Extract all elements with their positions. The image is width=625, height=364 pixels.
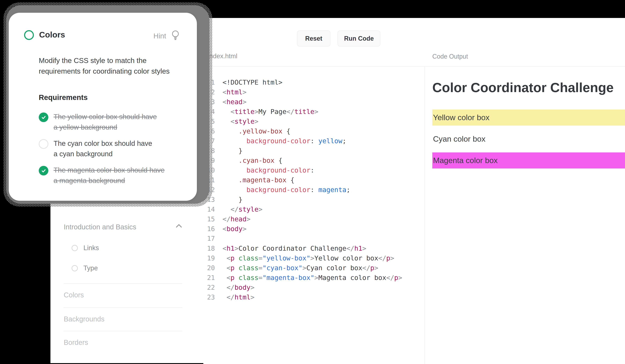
code-token: [222, 167, 247, 174]
output-color-box: Cyan color box: [432, 131, 625, 147]
code-token: style: [239, 205, 258, 213]
code-line[interactable]: 14 </style>: [203, 204, 424, 214]
code-line[interactable]: 10 background-color:: [203, 165, 424, 175]
sidebar-group-borders[interactable]: Borders: [64, 338, 88, 346]
check-circle-icon: [39, 166, 48, 175]
code-token: .yellow-box: [239, 127, 282, 135]
code-token: =: [258, 264, 262, 272]
code-text: .magenta-box {: [222, 175, 294, 185]
code-line[interactable]: 18<h1>Color Coordinator Challenge</h1>: [203, 244, 424, 253]
run-code-button[interactable]: Run Code: [338, 30, 380, 46]
code-line[interactable]: 5 <style>: [203, 116, 424, 126]
code-token: .magenta-box: [239, 176, 286, 184]
code-line[interactable]: 3<head>: [203, 97, 424, 107]
code-token: [222, 147, 239, 155]
code-line[interactable]: 9 .cyan-box {: [203, 156, 424, 165]
code-text: }: [222, 195, 242, 204]
code-token: :: [310, 186, 314, 194]
code-token: >: [254, 108, 258, 115]
code-token: yellow: [318, 137, 342, 145]
code-token: p: [394, 274, 398, 281]
code-token: .cyan-box: [239, 157, 275, 164]
code-token: >: [390, 254, 394, 262]
code-line[interactable]: 8 }: [203, 146, 424, 156]
code-token: >: [314, 108, 318, 115]
code-text: <title>My Page</title>: [222, 107, 318, 116]
code-token: =: [258, 274, 262, 281]
code-line[interactable]: 4 <title>My Page</title>: [203, 107, 424, 116]
sidebar-divider: [64, 331, 182, 331]
sidebar-section-introduction-and-basics[interactable]: Introduction and Basics: [64, 223, 136, 231]
code-token: [222, 196, 239, 203]
code-token: [282, 127, 286, 135]
requirement-item[interactable]: The cyan color box should havea cyan bac…: [39, 138, 175, 159]
code-text: <head>: [222, 97, 247, 107]
code-token: [314, 186, 318, 194]
code-text: .yellow-box {: [222, 126, 290, 136]
requirements-list: The yellow color box should havea yellow…: [39, 112, 175, 192]
sidebar-group-backgrounds[interactable]: Backgrounds: [64, 315, 104, 323]
code-line[interactable]: 7 background-color: yellow;: [203, 136, 424, 146]
chevron-up-icon[interactable]: [176, 224, 182, 229]
code-line[interactable]: 6 .yellow-box {: [203, 126, 424, 136]
code-token: html: [226, 88, 243, 96]
sidebar-group-colors[interactable]: Colors: [64, 291, 84, 299]
requirement-text-line: a yellow background: [54, 122, 157, 132]
code-token: <: [222, 245, 226, 252]
requirement-item[interactable]: The yellow color box should havea yellow…: [39, 112, 175, 132]
code-editor[interactable]: 1<!DOCTYPE html>2<html>3<head>4 <title>M…: [203, 67, 424, 364]
requirements-title: Requirements: [39, 93, 88, 102]
code-line[interactable]: 12 background-color: magenta;: [203, 185, 424, 195]
code-token: >: [374, 264, 378, 272]
code-token: :: [310, 137, 314, 145]
task-card-title: Colors: [39, 30, 65, 39]
code-line[interactable]: 23 </html>: [203, 292, 424, 302]
code-token: </: [346, 245, 354, 252]
code-token: [222, 293, 226, 301]
requirement-text: The yellow color box should havea yellow…: [54, 112, 157, 132]
code-line[interactable]: 16<body>: [203, 224, 424, 234]
code-token: </: [226, 293, 235, 301]
code-token: =: [258, 254, 262, 262]
code-line[interactable]: 11 .magenta-box {: [203, 175, 424, 185]
requirement-item[interactable]: The magenta color box should havea magen…: [39, 165, 175, 186]
code-token: Color Coordinator Challenge: [239, 245, 346, 252]
reset-button[interactable]: Reset: [297, 30, 330, 46]
output-color-box: Magenta color box: [432, 152, 625, 168]
code-line[interactable]: 22 </body>: [203, 282, 424, 292]
code-token: h1: [354, 245, 362, 252]
code-token: p: [231, 254, 235, 262]
requirement-text-line: The magenta color box should have: [54, 165, 165, 175]
code-token: [222, 264, 226, 272]
code-text: </body>: [222, 282, 254, 292]
code-line[interactable]: 13 }: [203, 195, 424, 204]
lightbulb-icon: [171, 30, 179, 42]
code-text: <style>: [222, 116, 258, 126]
code-token: [222, 274, 226, 281]
code-token: [235, 254, 239, 262]
code-token: [222, 157, 239, 164]
code-token: <: [222, 98, 226, 106]
code-line[interactable]: 20 <p class="cyan-box">Cyan color box</p…: [203, 263, 424, 273]
code-line[interactable]: 15</head>: [203, 214, 424, 224]
code-token: {: [290, 176, 294, 184]
code-token: p: [386, 254, 390, 262]
code-text: background-color: yellow;: [222, 136, 346, 146]
code-token: "yellow-box": [262, 254, 311, 262]
code-token: p: [231, 264, 235, 272]
code-line[interactable]: 19 <p class="yellow-box">Yellow color bo…: [203, 253, 424, 263]
code-text: <!DOCTYPE html>: [222, 78, 282, 87]
code-line[interactable]: 21 <p class="magenta-box">Magenta color …: [203, 273, 424, 282]
hint-button[interactable]: Hint: [154, 30, 179, 42]
code-token: ;: [346, 186, 350, 194]
empty-circle-icon: [39, 139, 48, 149]
code-line[interactable]: 17: [203, 234, 424, 244]
line-number: 15: [203, 214, 215, 224]
code-token: </: [386, 274, 394, 281]
sidebar-item-links[interactable]: Links: [66, 244, 99, 252]
sidebar-item-type[interactable]: Type: [66, 264, 98, 272]
code-token: p: [370, 264, 374, 272]
code-line[interactable]: 2<html>: [203, 87, 424, 97]
code-token: [222, 205, 231, 213]
code-line[interactable]: 1<!DOCTYPE html>: [203, 78, 424, 87]
